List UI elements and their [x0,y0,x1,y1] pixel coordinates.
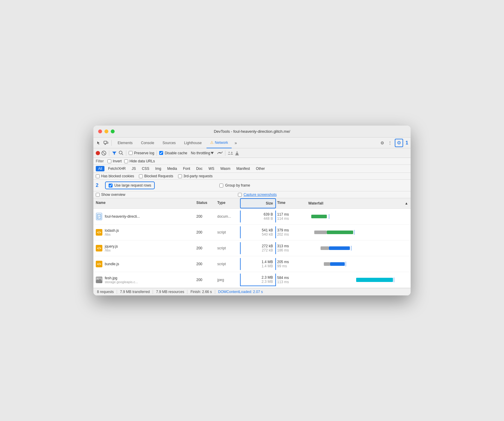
svg-point-17 [97,278,98,280]
search-button[interactable] [118,150,124,156]
maximize-button[interactable] [111,129,115,133]
tab-network[interactable]: ⚠ Network [207,138,232,148]
type-filter-manifest[interactable]: Manifest [234,166,252,171]
row-status-1: 200 [195,213,216,220]
svg-rect-0 [104,141,107,144]
tab-lighthouse[interactable]: Lighthouse [180,138,205,148]
type-filter-img[interactable]: Img [153,166,164,171]
capture-screenshots-input[interactable] [238,193,242,197]
type-filter-doc[interactable]: Doc [194,166,205,171]
network-toolbar-sep-2 [126,150,126,156]
col-name-header[interactable]: Name [93,198,195,208]
type-filter-css[interactable]: CSS [139,166,152,171]
col-type-header[interactable]: Type [216,198,240,208]
type-filter-wasm[interactable]: Wasm [218,166,233,171]
tab-separator-1 [111,140,112,146]
type-filter-font[interactable]: Font [180,166,192,171]
more-options-icon[interactable]: ⋮ [387,140,393,146]
blocked-requests-checkbox[interactable]: Blocked Requests [139,174,173,178]
svg-point-8 [219,152,221,153]
third-party-input[interactable] [178,174,182,178]
throttle-settings-icon[interactable] [217,150,223,156]
show-overview-row: Show overview Capture screenshots [93,191,411,198]
group-by-frame-checkbox[interactable]: Group by frame [219,183,250,187]
type-filter-fetch-xhr[interactable]: Fetch/XHR [106,166,128,171]
type-filter-ws[interactable]: WS [206,166,217,171]
jpeg-file-icon [96,277,102,283]
blocked-requests-input[interactable] [139,174,143,178]
tab-console[interactable]: Console [137,138,158,148]
type-filter-other[interactable]: Other [253,166,267,171]
toolbar-right: ⚙ ⋮ ⚙ 1 [379,139,408,147]
devtools-window: DevTools - foul-heavenly-direction.glitc… [93,126,411,295]
cursor-icon[interactable] [96,140,102,146]
capture-screenshots-checkbox[interactable]: Capture screenshots [238,193,277,197]
finish-time: Finish: 2.66 s [187,290,215,294]
script-file-icon-3: </> [96,245,102,251]
svg-line-5 [103,152,105,154]
show-overview-checkbox[interactable]: Show overview [96,193,125,197]
doc-file-icon [96,213,102,220]
preserve-log-checkbox[interactable]: Preserve log [129,151,154,155]
disable-cache-input[interactable] [159,151,163,155]
type-filter-media[interactable]: Media [165,166,180,171]
network-toolbar-sep-4 [225,150,225,156]
table-row[interactable]: fesh.jpg storage.googleapis.c... 200 jpe… [93,272,411,288]
row-time-3: 313 ms 186 ms [276,242,306,254]
table-header: Name Status Type Size Time Waterfall ▲ [93,198,411,209]
type-filter-all[interactable]: All [96,166,104,171]
download-icon[interactable] [234,150,240,156]
devtools-tab-bar: Elements Console Sources Lighthouse ⚠ Ne… [93,138,411,148]
dom-content-loaded: DOMContentLoaded: 2.07 s [215,290,266,294]
tab-sources[interactable]: Sources [159,138,179,148]
third-party-checkbox[interactable]: 3rd-party requests [178,174,212,178]
record-button[interactable] [96,151,100,155]
col-status-header[interactable]: Status [195,198,216,208]
row-type-2: script [216,228,240,236]
col-time-header[interactable]: Time [276,198,306,208]
table-row[interactable]: foul-heavenly-directi... 200 docum... 63… [93,209,411,225]
row-type-5: jpeg [216,276,240,284]
preserve-log-input[interactable] [129,151,133,155]
filter-checks: Invert Hide data URLs [107,159,155,163]
name-stack-4: bundle.js [105,262,119,266]
table-row[interactable]: </> lodash.js /libs 200 script 541 kB 54… [93,225,411,240]
hide-data-urls-checkbox[interactable]: Hide data URLs [124,159,155,163]
requests-count: 8 requests [97,290,117,294]
badge-2-label: 2 [96,183,98,188]
close-button[interactable] [98,129,102,133]
settings-icon[interactable]: ⚙ [379,140,385,146]
col-size-header[interactable]: Size [240,198,276,208]
more-tabs-button[interactable]: » [233,141,239,145]
name-stack-5: fesh.jpg storage.googleapis.c... [105,276,138,284]
responsive-icon[interactable] [103,140,109,146]
filter-label: Filter [96,159,104,163]
col-waterfall-header[interactable]: Waterfall ▲ [306,198,411,208]
filter-button[interactable] [112,150,117,156]
row-size-4: 1.4 MB 1.4 MB [240,258,276,270]
invert-input[interactable] [107,159,111,163]
table-row[interactable]: </> bundle.js 200 script 1.4 MB 1.4 MB 2… [93,256,411,272]
row-waterfall-1 [306,209,411,224]
name-stack-1: foul-heavenly-directi... [105,214,140,219]
network-toolbar-sep-1 [109,150,109,156]
show-overview-input[interactable] [96,193,100,197]
invert-checkbox[interactable]: Invert [107,159,122,163]
has-blocked-cookies-input[interactable] [96,174,100,178]
throttle-selector[interactable]: No throttling [191,151,214,155]
type-filter-js[interactable]: JS [129,166,138,171]
upload-icon[interactable] [228,150,233,156]
hide-data-urls-input[interactable] [124,159,128,163]
gear-highlighted-button[interactable]: ⚙ [395,139,403,147]
use-large-rows-checkbox[interactable]: Use large request rows [105,181,155,189]
disable-cache-checkbox[interactable]: Disable cache [159,151,187,155]
row-name-5: fesh.jpg storage.googleapis.c... [93,274,195,286]
row-name-2: </> lodash.js /libs [93,227,195,238]
use-large-rows-input[interactable] [109,184,113,187]
group-by-frame-input[interactable] [219,184,223,187]
has-blocked-cookies-checkbox[interactable]: Has blocked cookies [96,174,134,178]
table-row[interactable]: </> jquery.js /libs 200 script 272 kB 27… [93,240,411,256]
tab-elements[interactable]: Elements [114,138,136,148]
minimize-button[interactable] [104,129,108,133]
clear-button[interactable] [101,150,107,156]
